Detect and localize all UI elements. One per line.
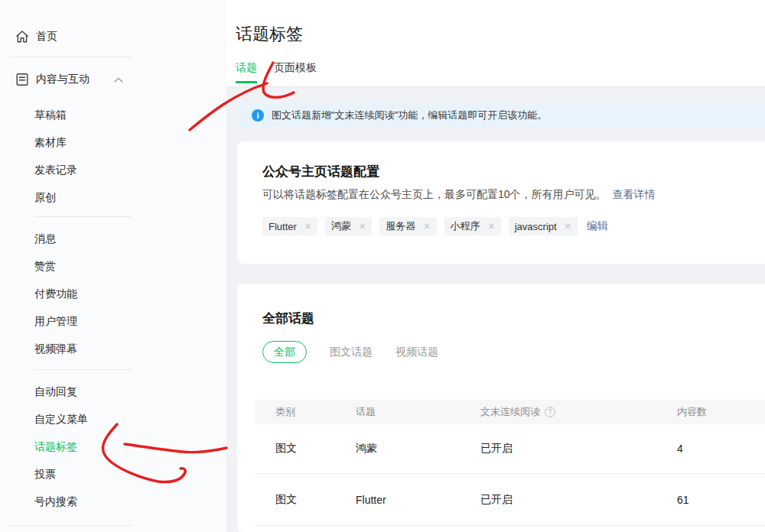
- remove-tag-icon[interactable]: ✕: [488, 222, 495, 232]
- sidebar-group-tools: 自动回复 自定义菜单 话题标签 投票 号内搜索: [0, 378, 226, 515]
- tab-bar: 话题 页面模板: [236, 61, 317, 83]
- sidebar-divider: [34, 369, 132, 370]
- col-category: 类别: [275, 405, 295, 419]
- sidebar-item-account-search[interactable]: 号内搜索: [0, 488, 226, 515]
- home-icon: [15, 30, 29, 44]
- sidebar-item-video-danmu[interactable]: 视频弹幕: [0, 335, 226, 362]
- topic-tag-label: javascript: [515, 221, 557, 232]
- sidebar-item-user-management[interactable]: 用户管理: [0, 307, 226, 335]
- info-icon: i: [252, 109, 264, 122]
- sidebar-item-publish-history[interactable]: 发表记录: [0, 156, 226, 183]
- remove-tag-icon[interactable]: ✕: [565, 222, 571, 232]
- topic-tag: javascript ✕: [509, 217, 578, 235]
- content-area: i 图文话题新增"文末连续阅读"功能，编辑话题即可开启该功能。 公众号主页话题配…: [226, 87, 765, 532]
- chevron-up-icon[interactable]: [112, 74, 125, 86]
- row-category: 图文: [275, 493, 297, 507]
- sidebar-divider: [9, 525, 132, 526]
- sidebar-section-label: 内容与互动: [36, 73, 90, 86]
- remove-tag-icon[interactable]: ✕: [359, 222, 366, 232]
- row-topic: Flutter: [356, 494, 386, 506]
- sidebar: 首页 内容与互动 草稿箱 素材库 发表记录 原创 消息 赞赏 付费功能 用户管理…: [0, 0, 226, 532]
- topic-tag-label: Flutter: [269, 221, 297, 232]
- topic-filter-row: 全部 图文话题 视频话题: [262, 341, 438, 363]
- homepage-config-desc: 可以将话题标签配置在公众号主页上，最多可配置10个，所有用户可见。查看详情: [262, 188, 656, 202]
- help-icon[interactable]: ?: [545, 407, 555, 417]
- tab-topics[interactable]: 话题: [236, 61, 257, 83]
- sidebar-item-messages[interactable]: 消息: [0, 225, 226, 252]
- filter-video-topics[interactable]: 视频话题: [396, 345, 438, 359]
- table-row[interactable]: 图文 鸿蒙 已开启 4: [255, 424, 765, 474]
- row-content-count: 4: [677, 443, 683, 455]
- topic-tag: 小程序 ✕: [444, 217, 501, 235]
- remove-tag-icon[interactable]: ✕: [423, 222, 430, 232]
- sidebar-item-paid-features[interactable]: 付费功能: [0, 280, 226, 307]
- sidebar-item-appreciation[interactable]: 赞赏: [0, 252, 226, 280]
- row-content-count: 61: [677, 494, 689, 506]
- sidebar-group-interaction: 消息 赞赏 付费功能 用户管理 视频弹幕: [0, 225, 226, 362]
- table-row[interactable]: 图文 Flutter 已开启 61: [255, 474, 765, 526]
- topic-tag: 鸿蒙 ✕: [325, 217, 372, 235]
- sidebar-item-auto-reply[interactable]: 自动回复: [0, 378, 226, 405]
- all-topics-card: 全部话题 全部 图文话题 视频话题 类别 话题 文末连续阅读 ? 内容数: [237, 284, 765, 532]
- topic-tag: 服务器 ✕: [379, 217, 436, 235]
- sidebar-item-label: 首页: [36, 30, 57, 44]
- col-continue-reading-label: 文末连续阅读: [480, 405, 540, 419]
- main-content: 话题标签 话题 页面模板 i 图文话题新增"文末连续阅读"功能，编辑话题即可开启…: [226, 0, 765, 532]
- info-banner-text: 图文话题新增"文末连续阅读"功能，编辑话题即可开启该功能。: [272, 109, 547, 122]
- view-details-link[interactable]: 查看详情: [613, 188, 656, 200]
- homepage-topic-config-card: 公众号主页话题配置 可以将话题标签配置在公众号主页上，最多可配置10个，所有用户…: [237, 141, 765, 264]
- sidebar-group-content: 草稿箱 素材库 发表记录 原创: [0, 101, 226, 211]
- section-title-all-topics: 全部话题: [262, 310, 314, 327]
- topic-tag: Flutter ✕: [262, 217, 317, 235]
- sidebar-divider: [9, 57, 132, 57]
- info-banner: i 图文话题新增"文末连续阅读"功能，编辑话题即可开启该功能。: [237, 102, 765, 128]
- row-category: 图文: [275, 442, 297, 456]
- sidebar-item-topic-tags[interactable]: 话题标签: [0, 433, 226, 460]
- row-topic: 鸿蒙: [356, 442, 377, 456]
- page-header: 话题标签 话题 页面模板: [226, 0, 765, 87]
- col-content-count: 内容数: [677, 405, 707, 419]
- section-title-homepage-config: 公众号主页话题配置: [262, 163, 379, 180]
- sidebar-divider: [34, 216, 132, 217]
- configured-tags-row: Flutter ✕ 鸿蒙 ✕ 服务器 ✕ 小程序 ✕: [262, 217, 608, 235]
- col-continue-reading: 文末连续阅读 ?: [480, 405, 555, 419]
- sidebar-item-vote[interactable]: 投票: [0, 460, 226, 488]
- topics-table: 类别 话题 文末连续阅读 ? 内容数 图文 鸿蒙 已开启 4: [255, 400, 765, 526]
- table-header: 类别 话题 文末连续阅读 ? 内容数: [255, 400, 765, 424]
- filter-all[interactable]: 全部: [262, 341, 307, 363]
- sidebar-item-drafts[interactable]: 草稿箱: [0, 101, 226, 128]
- row-continue-reading: 已开启: [480, 493, 513, 507]
- tab-page-template[interactable]: 页面模板: [274, 61, 317, 83]
- topic-tag-label: 小程序: [451, 219, 480, 233]
- sidebar-item-custom-menu[interactable]: 自定义菜单: [0, 405, 226, 433]
- homepage-config-desc-text: 可以将话题标签配置在公众号主页上，最多可配置10个，所有用户可见。: [262, 188, 607, 200]
- sidebar-item-home[interactable]: 首页: [0, 28, 226, 46]
- topic-tag-label: 鸿蒙: [331, 219, 351, 233]
- admin-page: 首页 内容与互动 草稿箱 素材库 发表记录 原创 消息 赞赏 付费功能 用户管理…: [0, 0, 765, 532]
- remove-tag-icon[interactable]: ✕: [304, 222, 311, 232]
- content-section-icon: [15, 73, 29, 86]
- page-title: 话题标签: [236, 23, 303, 46]
- filter-article-topics[interactable]: 图文话题: [330, 345, 373, 359]
- row-continue-reading: 已开启: [480, 442, 513, 456]
- sidebar-item-original[interactable]: 原创: [0, 183, 226, 211]
- col-topic: 话题: [356, 405, 376, 419]
- topic-tag-label: 服务器: [386, 219, 415, 233]
- sidebar-item-materials[interactable]: 素材库: [0, 128, 226, 156]
- edit-tags-link[interactable]: 编辑: [587, 219, 608, 233]
